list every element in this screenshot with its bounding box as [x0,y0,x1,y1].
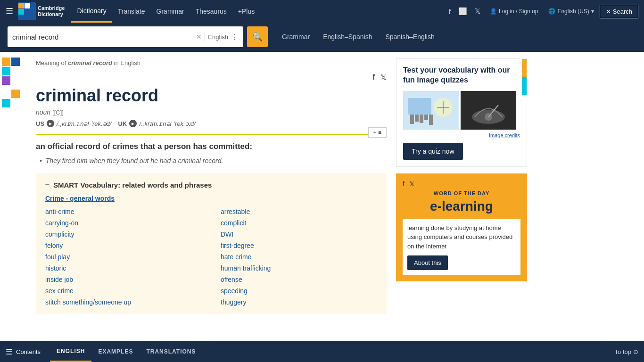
svg-rect-5 [18,15,35,20]
try-quiz-button[interactable]: Try a quiz now [403,143,463,160]
search-button-top[interactable]: ✕ ✕ Search Search [600,5,638,18]
vocab-link[interactable]: foul play [45,252,202,262]
example-sentence: • They fired him when they found out he … [36,157,387,165]
svg-rect-12 [429,115,433,125]
nav-grammar[interactable]: Grammar [151,0,190,23]
search-bar-row: ✕ English ⋮ 🔍 Grammar English–Spanish Sp… [0,23,644,52]
bottom-hamburger-icon[interactable]: ☰ [6,347,12,353]
wotd-twitter-icon[interactable]: 𝕏 [409,180,414,188]
sub-nav: Grammar English–Spanish Spanish–English [275,26,441,47]
facebook-share-icon[interactable]: f [373,73,375,82]
vocab-link[interactable]: anti-crime [45,207,202,216]
smart-vocab-box: – SMART Vocabulary: related words and ph… [36,173,387,314]
definition-text: an official record of crimes that a pers… [36,142,387,151]
svg-rect-7 [408,98,431,115]
quiz-title: Test your vocabulary with our fun image … [403,66,520,85]
word-title: criminal record [36,86,387,106]
vocab-link-offense[interactable]: offense [221,275,377,284]
pronunciation-row: US ▶ /.ˌkrɪm.ɪ.nəl ˈrek.əd/ UK ▶ /.ˌkrɪm… [36,120,387,127]
page-body: Meaning of criminal record in English f … [0,52,644,352]
search-lang-label: English [208,33,228,41]
about-button[interactable]: About this [407,255,448,270]
vocab-link[interactable]: first-degree [221,241,377,250]
uk-label: UK [118,120,127,127]
nav-thesaurus[interactable]: Thesaurus [190,0,232,23]
to-top-icon: ⊙ [633,348,638,353]
search-input-wrap: ✕ English ⋮ [8,26,243,47]
vocab-link[interactable]: felony [45,241,202,250]
svg-rect-8 [410,115,414,124]
nav-dictionary[interactable]: Dictionary [71,0,112,23]
image-credits-link[interactable]: Image credits [403,132,520,138]
vocab-link[interactable]: arrestable [221,207,377,216]
vocab-link-human-trafficking[interactable]: human trafficking [221,263,377,273]
vocab-link[interactable]: DWI [221,230,377,239]
wotd-box: f 𝕏 WORD OF THE DAY e-learning learning … [396,173,527,282]
vocab-link-sex-crime[interactable]: sex crime [45,286,202,296]
twitter-icon[interactable]: 𝕏 [475,7,480,16]
svg-rect-11 [424,115,428,120]
nav-translate[interactable]: Translate [112,0,151,23]
right-sidebar: Test your vocabulary with our fun image … [396,52,533,352]
quiz-image-right [461,91,516,130]
word-pos-line: noun [[C]] [36,108,387,116]
subnav-grammar[interactable]: Grammar [275,26,316,47]
clear-icon[interactable]: ✕ [196,33,202,41]
uk-audio-button[interactable]: ▶ [129,120,137,127]
svg-rect-4 [25,9,30,15]
bottom-bar: ☰ Contents ENGLISH EXAMPLES TRANSLATIONS… [0,341,644,352]
subnav-english-spanish[interactable]: English–Spanish [316,26,379,47]
svg-rect-1 [25,3,30,8]
wotd-label: WORD OF THE DAY [403,190,520,196]
vocab-link[interactable]: complicit [221,218,377,228]
us-pronunciation: US ▶ /.ˌkrɪm.ɪ.nəl ˈrek.əd/ [36,120,111,127]
uk-pronunciation: UK ▶ /.ˌkrɪm.ɪ.nəl ˈrek.ɔːd/ [118,120,195,127]
us-audio-button[interactable]: ▶ [47,120,54,127]
wotd-definition: learning done by studying at home using … [407,223,516,251]
us-label: US [36,120,44,127]
vocab-section-title[interactable]: Crime - general words [45,195,377,202]
logo[interactable]: Cambridge Dictionary [18,2,65,20]
svg-rect-3 [18,9,24,15]
left-decoration [0,52,28,352]
lang-options-icon[interactable]: ⋮ [231,33,239,41]
wotd-facebook-icon[interactable]: f [403,180,405,188]
twitter-share-icon[interactable]: 𝕏 [380,73,387,82]
login-button[interactable]: 👤 Log in / Sign up [490,8,538,15]
wotd-definition-box: learning done by studying at home using … [403,219,520,275]
svg-rect-2 [31,3,35,8]
add-to-list-button[interactable]: + ≡ [368,127,387,138]
svg-rect-9 [415,115,419,122]
vocab-link-inside-job[interactable]: inside job [45,275,202,284]
svg-rect-0 [18,3,24,8]
tab-english[interactable]: ENGLISH [50,341,91,352]
main-content: Meaning of criminal record in English f … [28,52,396,352]
tab-translations[interactable]: TRANSLATIONS [140,341,202,352]
to-top-button[interactable]: To top ⊙ [615,348,638,353]
vocab-link[interactable]: complicity [45,230,202,239]
instagram-icon[interactable]: ⬜ [458,7,467,16]
nav-plus[interactable]: +Plus [232,0,260,23]
tab-examples[interactable]: EXAMPLES [91,341,140,352]
logo-line1: Cambridge [38,5,65,11]
facebook-icon[interactable]: f [449,8,451,16]
vocab-link[interactable]: carrying-on [45,218,202,228]
uk-ipa: /.ˌkrɪm.ɪ.nəl ˈrek.ɔːd/ [139,120,195,127]
vocab-link-thuggery[interactable]: thuggery [221,297,377,307]
bottom-tabs: ENGLISH EXAMPLES TRANSLATIONS [50,341,615,352]
breadcrumb: Meaning of criminal record in English [36,59,387,66]
language-selector[interactable]: 🌐 English (US) ▾ [548,8,594,15]
vocab-link-speeding[interactable]: speeding [221,286,377,296]
search-submit-button[interactable]: 🔍 [247,26,268,47]
contents-button[interactable]: Contents [16,348,41,353]
smart-vocab-title: SMART Vocabulary: related words and phra… [53,181,212,189]
hamburger-icon[interactable]: ☰ [6,6,13,16]
wotd-word[interactable]: e-learning [403,199,520,214]
subnav-spanish-english[interactable]: Spanish–English [379,26,441,47]
collapse-icon[interactable]: – [45,181,50,189]
vocab-link-historic[interactable]: historic [45,263,202,273]
vocab-link-stitch[interactable]: stitch something/someone up [45,297,202,307]
vocab-link-hate-crime[interactable]: hate crime [221,252,377,262]
search-input[interactable] [12,33,193,41]
svg-rect-10 [420,115,423,123]
